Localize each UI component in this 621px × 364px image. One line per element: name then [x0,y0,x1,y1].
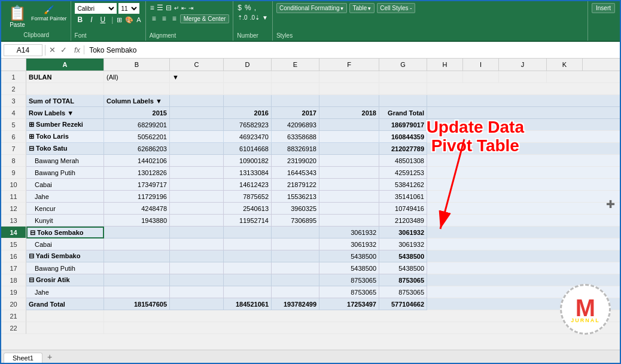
add-column-button[interactable]: ✚ [606,198,615,211]
paste-button[interactable]: 📋 Paste [6,4,29,29]
cell-k1[interactable] [547,71,620,83]
row-num-21[interactable]: 21 [1,310,26,322]
cell-e7[interactable]: 88326918 [272,143,319,155]
cell-g4[interactable]: Grand Total [379,107,427,119]
cancel-formula-icon[interactable]: ✕ [48,45,57,54]
add-sheet-button[interactable]: + [42,351,57,363]
cell-e20[interactable]: 193782499 [272,298,319,310]
row-num-14[interactable]: 14 [1,227,26,238]
cell-a19[interactable]: Jahe [26,286,104,298]
sheet-tab[interactable]: Sheet1 [4,353,42,363]
row-num-11[interactable]: 11 [1,191,26,203]
row-num-20[interactable]: 20 [1,298,26,310]
cell-d5[interactable]: 76582923 [224,119,272,131]
cell-g18[interactable]: 8753065 [379,274,427,286]
bold-button[interactable]: B [75,15,86,25]
cell-a15[interactable]: Cabai [26,238,104,250]
wrap-text-button[interactable]: ↵ [173,4,179,12]
row-num-6[interactable]: 6 [1,131,26,143]
cell-g7[interactable]: 212027789 [379,143,427,155]
cell-b6[interactable]: 50562201 [104,131,170,143]
align-center-button[interactable]: ≡ [160,14,169,23]
cell-j1[interactable] [499,71,547,83]
cell-g12[interactable]: 10749416 [379,203,427,215]
cell-g13[interactable]: 21203489 [379,215,427,227]
cell-g16[interactable]: 5438500 [379,250,427,262]
cell-b10[interactable]: 17349717 [104,179,170,191]
cell-e1[interactable] [272,71,319,83]
cell-b20[interactable]: 181547605 [104,298,170,310]
underline-button[interactable]: U [98,15,109,25]
cell-b9[interactable]: 13012826 [104,167,170,179]
cell-a12[interactable]: Kencur [26,203,104,215]
cell-d9[interactable]: 13133084 [224,167,272,179]
cell-e11[interactable]: 15536213 [272,191,319,203]
cell-b8[interactable]: 14402106 [104,155,170,167]
col-header-d[interactable]: D [224,59,272,71]
cell-e6[interactable]: 63358688 [272,131,319,143]
cell-e9[interactable]: 16445343 [272,167,319,179]
cell-f18[interactable]: 8753065 [319,274,379,286]
cell-b1[interactable]: (All) [104,71,170,83]
cell-e13[interactable]: 7306895 [272,215,319,227]
col-header-a[interactable]: A [26,59,104,71]
cell-c4[interactable] [170,107,224,119]
row-num-19[interactable]: 19 [1,286,26,298]
cell-g11[interactable]: 35141061 [379,191,427,203]
format-table-button[interactable]: Table▼ [349,3,375,13]
confirm-formula-icon[interactable]: ✓ [59,45,68,54]
cell-b12[interactable]: 4248478 [104,203,170,215]
insert-button[interactable]: Insert [592,3,615,13]
cell-g6[interactable]: 160844359 [379,131,427,143]
number-format-button[interactable]: ▼ [261,14,269,22]
cell-a6[interactable]: ⊞ Toko Laris [26,131,104,143]
cell-h1[interactable] [427,71,463,83]
row-num-18[interactable]: 18 [1,274,26,286]
cell-f4[interactable]: 2018 [319,107,379,119]
cell-d6[interactable]: 46923470 [224,131,272,143]
conditional-formatting-button[interactable]: Conditional Formatting▼ [276,3,348,13]
cell-d8[interactable]: 10900182 [224,155,272,167]
percent-button[interactable]: % [244,3,252,13]
font-color-button[interactable]: A [136,16,141,24]
align-left-button[interactable]: ≡ [150,14,159,23]
row-num-1[interactable]: 1 [1,71,26,83]
col-header-f[interactable]: F [319,59,379,71]
cell-f19[interactable]: 8753065 [319,286,379,298]
cell-a4[interactable]: Row Labels ▼ [26,107,104,119]
cell-styles-button[interactable]: Cell Styles - [377,3,415,13]
col-header-e[interactable]: E [272,59,319,71]
cell-b5[interactable]: 68299201 [104,119,170,131]
cell-a17[interactable]: Bawang Putih [26,262,104,274]
cell-b4[interactable]: 2015 [104,107,170,119]
cell-f17[interactable]: 5438500 [319,262,379,274]
cell-a13[interactable]: Kunyit [26,215,104,227]
cell-g9[interactable]: 42591253 [379,167,427,179]
cell-d4[interactable]: 2016 [224,107,272,119]
cell-a3[interactable]: Sum of TOTAL [26,95,104,107]
cell-e10[interactable]: 21879122 [272,179,319,191]
border-button[interactable]: ⊞ [116,16,123,25]
row-num-15[interactable]: 15 [1,238,26,250]
cell-a20[interactable]: Grand Total [26,298,104,310]
cell-g15[interactable]: 3061932 [379,238,427,250]
cell-b7[interactable]: 62686203 [104,143,170,155]
decrease-decimal-button[interactable]: .0⇣ [249,14,260,22]
increase-decimal-button[interactable]: ⇡.0 [237,14,248,22]
align-right-button[interactable]: ≡ [170,14,179,23]
cell-a16[interactable]: ⊟ Yadi Sembako [26,250,104,262]
cell-b13[interactable]: 1943880 [104,215,170,227]
cell-f14[interactable]: 3061932 [319,227,379,238]
merge-center-button[interactable]: Merge & Center [180,14,230,23]
col-header-i[interactable]: I [463,59,499,71]
cell-a5[interactable]: ⊞ Sumber Rezeki [26,119,104,131]
cell-g19[interactable]: 8753065 [379,286,427,298]
row-num-12[interactable]: 12 [1,203,26,215]
comma-button[interactable]: , [254,3,257,13]
align-middle-button[interactable]: ☰ [156,3,164,13]
format-painter-button[interactable]: 🖌️ Format Painter [31,5,67,22]
row-num-5[interactable]: 5 [1,119,26,131]
col-header-k[interactable]: K [547,59,583,71]
cell-f15[interactable]: 3061932 [319,238,379,250]
cell-g5[interactable]: 186979017 [379,119,427,131]
